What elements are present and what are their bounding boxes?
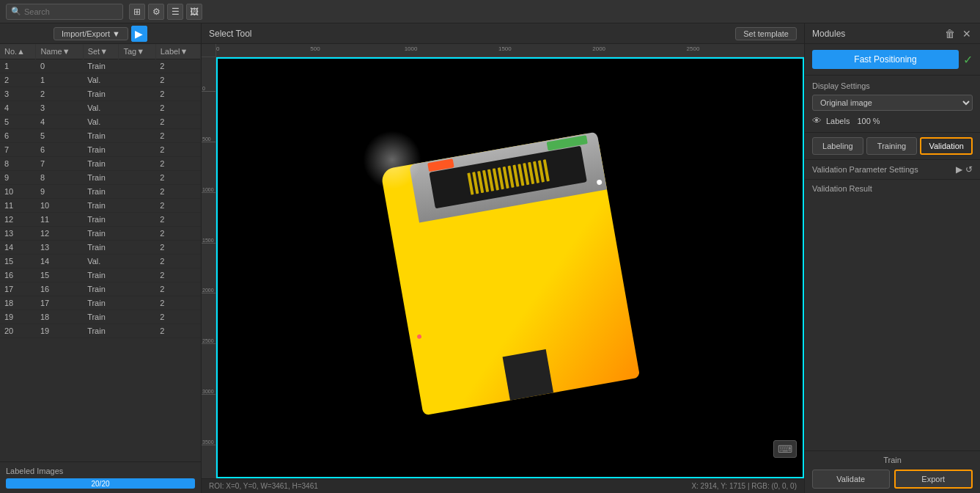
cell-set: Train	[83, 282, 119, 296]
table-row[interactable]: 10 9 Train 2	[0, 185, 201, 199]
table-row[interactable]: 20 19 Train 2	[0, 324, 201, 338]
cell-label: 2	[155, 269, 200, 282]
fast-positioning-button[interactable]: Fast Positioning	[812, 50, 959, 69]
reset-params-button[interactable]: ↺	[965, 164, 973, 175]
ruler-h-tick-1: 500	[310, 45, 320, 52]
keyboard-icon[interactable]: ⌨	[773, 440, 797, 458]
cell-no: 8	[0, 157, 36, 171]
table-row[interactable]: 15 14 Val. 2	[0, 255, 201, 269]
search-box[interactable]: 🔍	[6, 4, 123, 20]
cell-label: 2	[155, 255, 200, 269]
tab-labeling[interactable]: Labeling	[812, 137, 863, 155]
image-select[interactable]: Original image	[812, 95, 973, 111]
cell-label: 2	[155, 241, 200, 255]
cell-name: 15	[36, 269, 83, 282]
cell-no: 3	[0, 87, 36, 101]
import-export-button[interactable]: Import/Export ▼	[54, 27, 128, 40]
table-row[interactable]: 5 4 Val. 2	[0, 115, 201, 129]
canvas-viewport[interactable]: ⌨	[216, 57, 804, 478]
table-row[interactable]: 6 5 Train 2	[0, 129, 201, 143]
toolbar-icons: ⊞ ⚙ ☰ 🖼	[129, 4, 202, 20]
table-row[interactable]: 7 6 Train 2	[0, 143, 201, 157]
table-row[interactable]: 12 11 Train 2	[0, 213, 201, 227]
ruler-h-tick-0: 0	[216, 45, 219, 52]
status-roi: ROI: X=0, Y=0, W=3461, H=3461	[209, 482, 318, 490]
v-tick-6: 3000	[202, 394, 215, 395]
image-table: No.▲ Name▼ Set▼ Tag▼ Label▼ 1 0 Train 2 …	[0, 44, 201, 338]
table-header-row: No.▲ Name▼ Set▼ Tag▼ Label▼	[0, 44, 201, 59]
table-row[interactable]: 19 18 Train 2	[0, 310, 201, 324]
cell-no: 6	[0, 129, 36, 143]
cell-set: Train	[83, 157, 119, 171]
modules-header-icons: 🗑 ✕	[943, 28, 973, 40]
cell-set: Train	[83, 129, 119, 143]
col-set[interactable]: Set▼	[83, 44, 119, 59]
cell-label: 2	[155, 115, 200, 129]
cell-name: 12	[36, 227, 83, 241]
table-row[interactable]: 4 3 Val. 2	[0, 101, 201, 115]
nav-icon-btn[interactable]: ▶	[131, 26, 147, 42]
table-row[interactable]: 1 0 Train 2	[0, 59, 201, 73]
list-icon-btn[interactable]: ☰	[167, 4, 183, 20]
display-settings-title: Display Settings	[812, 81, 973, 90]
search-input[interactable]	[24, 7, 118, 16]
cell-set: Train	[83, 227, 119, 241]
cell-tag	[119, 213, 155, 227]
cell-no: 16	[0, 269, 36, 282]
canvas-image[interactable]: ⌨	[216, 57, 804, 478]
keyboard-icon-area[interactable]: ⌨	[773, 440, 797, 458]
labels-row: 👁 Labels 100 %	[812, 115, 973, 126]
cell-no: 18	[0, 296, 36, 310]
cell-set: Train	[83, 269, 119, 282]
col-name[interactable]: Name▼	[36, 44, 83, 59]
table-row[interactable]: 2 1 Val. 2	[0, 73, 201, 87]
table-body: 1 0 Train 2 2 1 Val. 2 3 2 Train 2 4 3 V…	[0, 59, 201, 338]
right-panel: Modules 🗑 ✕ Fast Positioning ✓ Display S…	[804, 23, 980, 493]
col-no[interactable]: No.▲	[0, 44, 36, 59]
grid-icon-btn[interactable]: ⊞	[129, 4, 145, 20]
table-row[interactable]: 8 7 Train 2	[0, 157, 201, 171]
export-button[interactable]: Export	[894, 470, 973, 489]
table-row[interactable]: 3 2 Train 2	[0, 87, 201, 101]
cell-tag	[119, 87, 155, 101]
tab-validation[interactable]: Validation	[920, 137, 973, 155]
cell-no: 10	[0, 185, 36, 199]
validate-button[interactable]: Validate	[812, 470, 890, 489]
cell-name: 14	[36, 255, 83, 269]
cell-tag	[119, 129, 155, 143]
object-pins	[467, 159, 550, 194]
table-row[interactable]: 17 16 Train 2	[0, 282, 201, 296]
cell-set: Train	[83, 324, 119, 338]
cell-set: Train	[83, 310, 119, 324]
table-row[interactable]: 11 10 Train 2	[0, 199, 201, 213]
table-row[interactable]: 18 17 Train 2	[0, 296, 201, 310]
image-icon-btn[interactable]: 🖼	[186, 4, 202, 20]
close-panel-button[interactable]: ✕	[961, 28, 973, 40]
cell-tag	[119, 185, 155, 199]
cell-no: 19	[0, 310, 36, 324]
col-tag[interactable]: Tag▼	[119, 44, 155, 59]
cell-set: Train	[83, 87, 119, 101]
tab-training[interactable]: Training	[866, 137, 918, 155]
col-label[interactable]: Label▼	[155, 44, 200, 59]
cell-no: 9	[0, 171, 36, 185]
set-template-button[interactable]: Set template	[735, 27, 797, 40]
status-bar: ROI: X=0, Y=0, W=3461, H=3461 X: 2914, Y…	[202, 478, 804, 493]
checkmark-icon[interactable]: ✓	[963, 53, 973, 67]
validation-result-section: Validation Result	[805, 180, 980, 450]
labels-percent: 100 %	[857, 117, 880, 125]
v-tick-5: 2500	[202, 343, 215, 344]
table-row[interactable]: 14 13 Train 2	[0, 241, 201, 255]
eye-icon[interactable]: 👁	[812, 115, 822, 126]
delete-module-button[interactable]: 🗑	[943, 28, 957, 40]
expand-params-button[interactable]: ▶	[956, 164, 962, 175]
table-row[interactable]: 9 8 Train 2	[0, 171, 201, 185]
filter-icon-btn[interactable]: ⚙	[148, 4, 164, 20]
cell-no: 20	[0, 324, 36, 338]
v-tick-4: 2000	[202, 293, 215, 293]
table-row[interactable]: 16 15 Train 2	[0, 269, 201, 282]
cell-label: 2	[155, 282, 200, 296]
table-row[interactable]: 13 12 Train 2	[0, 227, 201, 241]
cell-name: 9	[36, 185, 83, 199]
cell-tag	[119, 269, 155, 282]
